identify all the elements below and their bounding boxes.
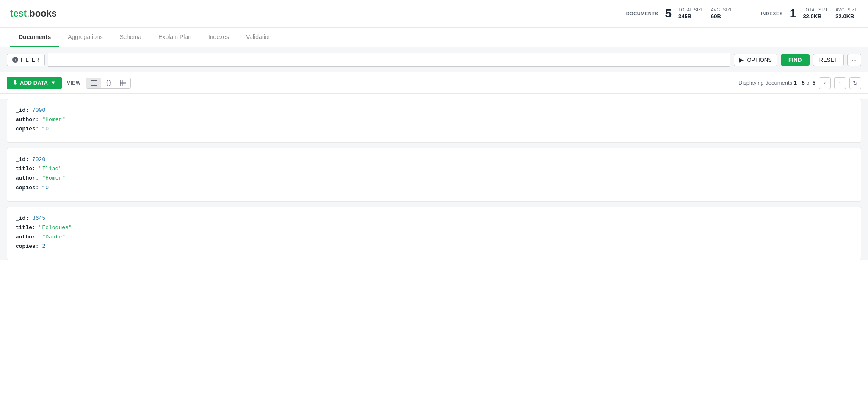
filter-label: FILTER: [21, 57, 39, 63]
doc-field-value: 7000: [32, 107, 45, 114]
filter-input[interactable]: [48, 53, 731, 67]
document-card: _id: 7020title: "Iliad"author: "Homer"co…: [7, 148, 861, 201]
doc-field: copies: 10: [16, 125, 852, 134]
svg-rect-2: [91, 85, 97, 86]
options-label: OPTIONS: [747, 57, 772, 63]
table-icon: [120, 80, 126, 86]
documents-stat-group: DOCUMENTS 5 TOTAL SIZE 345B AVG. SIZE 69…: [626, 7, 733, 20]
doc-field-key: title:: [16, 224, 39, 231]
find-button[interactable]: FIND: [781, 54, 810, 66]
next-page-button[interactable]: ›: [834, 77, 846, 89]
idx-avg-size-value: 32.0KB: [835, 13, 858, 19]
stat-divider: [747, 5, 747, 22]
svg-rect-0: [91, 80, 97, 81]
doc-field-key: author:: [16, 116, 42, 123]
app-title-test: test: [10, 8, 27, 19]
tab-schema[interactable]: Schema: [111, 28, 150, 47]
tab-explain-plan[interactable]: Explain Plan: [150, 28, 200, 47]
doc-field-value: "Dante": [42, 234, 65, 240]
prev-page-button[interactable]: ‹: [819, 77, 831, 89]
doc-field-value: 10: [42, 126, 49, 132]
indexes-sub-stats: TOTAL SIZE 32.0KB: [803, 8, 829, 19]
add-data-label: ADD DATA: [20, 80, 48, 86]
doc-avg-size-label: AVG. SIZE: [711, 8, 733, 12]
filter-button[interactable]: i FILTER: [7, 54, 45, 66]
idx-total-size-value: 32.0KB: [803, 13, 829, 19]
view-json-button[interactable]: {}: [101, 78, 116, 88]
doc-field-key: copies:: [16, 126, 42, 132]
documents-sub-stats: TOTAL SIZE 345B: [678, 8, 704, 19]
indexes-label: INDEXES: [761, 11, 783, 16]
documents-avg-stats: AVG. SIZE 69B: [711, 8, 733, 19]
doc-field-value: "Homer": [42, 175, 65, 181]
range-bold: 1 - 5: [794, 80, 805, 86]
documents-count: 5: [665, 7, 672, 20]
options-button[interactable]: ▶ OPTIONS: [734, 54, 777, 66]
app-title: test.books: [10, 8, 57, 19]
indexes-count: 1: [790, 7, 796, 20]
doc-total-size-value: 345B: [678, 13, 704, 19]
app-title-books: books: [29, 8, 57, 19]
tab-indexes[interactable]: Indexes: [200, 28, 238, 47]
view-label: VIEW: [67, 80, 81, 86]
doc-field-key: copies:: [16, 243, 42, 249]
doc-toolbar-left: ⬇ ADD DATA ▼ VIEW {}: [7, 77, 131, 89]
more-options-button[interactable]: ···: [847, 54, 861, 66]
doc-field-value: "Iliad": [39, 166, 62, 172]
documents-area: _id: 7000author: "Homer"copies: 10_id: 7…: [0, 99, 868, 260]
view-buttons: {}: [86, 78, 131, 89]
doc-field-value: 7020: [32, 156, 45, 163]
doc-field-key: _id:: [16, 107, 32, 114]
list-icon: [91, 80, 97, 86]
doc-field: _id: 7000: [16, 106, 852, 115]
doc-field: title: "Iliad": [16, 164, 852, 174]
doc-field: author: "Homer": [16, 174, 852, 183]
doc-field-key: author:: [16, 234, 42, 240]
doc-field: _id: 7020: [16, 155, 852, 164]
tab-aggregations[interactable]: Aggregations: [59, 28, 111, 47]
header: test.books DOCUMENTS 5 TOTAL SIZE 345B A…: [0, 0, 868, 28]
indexes-stat-group: INDEXES 1 TOTAL SIZE 32.0KB AVG. SIZE 32…: [761, 7, 858, 20]
doc-toolbar-right: Displaying documents 1 - 5 of 5 ‹ › ↻: [738, 77, 861, 89]
json-icon: {}: [105, 80, 111, 86]
document-card: _id: 7000author: "Homer"copies: 10: [7, 99, 861, 143]
document-toolbar: ⬇ ADD DATA ▼ VIEW {}: [0, 72, 868, 94]
add-data-button[interactable]: ⬇ ADD DATA ▼: [7, 77, 62, 89]
tab-validation[interactable]: Validation: [238, 28, 280, 47]
doc-field: author: "Homer": [16, 115, 852, 125]
view-list-button[interactable]: [86, 78, 101, 88]
reset-button[interactable]: RESET: [813, 54, 844, 66]
indexes-avg-stats: AVG. SIZE 32.0KB: [835, 8, 858, 19]
displaying-text: Displaying documents 1 - 5 of 5: [738, 80, 815, 86]
doc-field-value: 10: [42, 185, 49, 191]
refresh-button[interactable]: ↻: [849, 77, 861, 89]
doc-field-key: _id:: [16, 156, 32, 163]
tab-bar: Documents Aggregations Schema Explain Pl…: [0, 28, 868, 47]
doc-field-value: 8645: [32, 215, 45, 222]
doc-field-key: title:: [16, 166, 39, 172]
doc-field: copies: 10: [16, 183, 852, 193]
idx-total-size-label: TOTAL SIZE: [803, 8, 829, 12]
doc-field: title: "Eclogues": [16, 223, 852, 233]
doc-field-value: 2: [42, 243, 45, 249]
doc-field-key: author:: [16, 175, 42, 181]
svg-rect-3: [120, 80, 126, 86]
doc-total-size-label: TOTAL SIZE: [678, 8, 704, 12]
doc-field-key: copies:: [16, 185, 42, 191]
options-arrow-icon: ▶: [739, 57, 744, 63]
doc-avg-size-value: 69B: [711, 13, 733, 19]
filter-toolbar: i FILTER ▶ OPTIONS FIND RESET ···: [0, 47, 868, 72]
add-data-icon: ⬇: [13, 80, 17, 86]
filter-icon: i: [12, 57, 18, 63]
idx-avg-size-label: AVG. SIZE: [835, 8, 858, 12]
doc-field: _id: 8645: [16, 214, 852, 223]
documents-label: DOCUMENTS: [626, 11, 658, 16]
doc-field: author: "Dante": [16, 233, 852, 242]
doc-field-key: _id:: [16, 215, 32, 222]
add-data-chevron-icon: ▼: [50, 80, 56, 86]
view-table-button[interactable]: [116, 78, 130, 88]
tab-documents[interactable]: Documents: [10, 28, 59, 47]
document-card: _id: 8645title: "Eclogues"author: "Dante…: [7, 207, 861, 260]
total-bold: 5: [813, 80, 815, 86]
svg-rect-1: [91, 83, 97, 83]
